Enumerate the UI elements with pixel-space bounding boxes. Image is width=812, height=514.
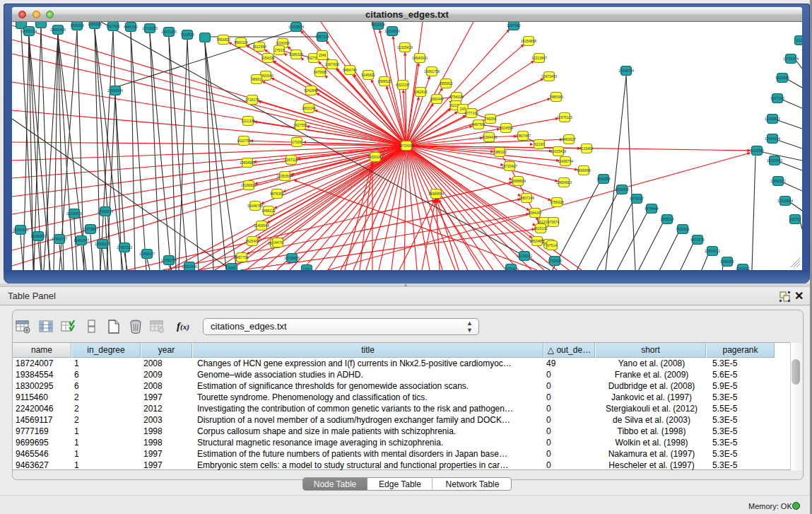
svg-text:11123: 11123 bbox=[795, 38, 802, 42]
svg-text:12353594: 12353594 bbox=[277, 174, 293, 178]
svg-text:1830029: 1830029 bbox=[70, 23, 84, 28]
svg-text:17006: 17006 bbox=[292, 140, 302, 144]
svg-text:97541: 97541 bbox=[506, 267, 516, 270]
svg-text:11451947: 11451947 bbox=[73, 238, 89, 243]
svg-text:19300283: 19300283 bbox=[367, 155, 383, 159]
svg-text:2718176: 2718176 bbox=[245, 98, 259, 102]
svg-text:5215958: 5215958 bbox=[750, 148, 764, 153]
svg-text:19166827: 19166827 bbox=[241, 183, 257, 187]
svg-text:7955812: 7955812 bbox=[439, 81, 453, 86]
svg-text:16210643: 16210643 bbox=[767, 158, 782, 163]
svg-text:17942757: 17942757 bbox=[52, 237, 67, 241]
svg-text:9227343: 9227343 bbox=[770, 96, 784, 100]
svg-text:17016504: 17016504 bbox=[777, 199, 793, 203]
svg-text:18724007: 18724007 bbox=[399, 144, 414, 148]
svg-text:9084067: 9084067 bbox=[528, 211, 542, 215]
svg-text:12975115: 12975115 bbox=[557, 115, 572, 119]
svg-text:15716485: 15716485 bbox=[284, 256, 300, 260]
svg-text:9245652: 9245652 bbox=[720, 259, 734, 264]
svg-text:6794028: 6794028 bbox=[449, 95, 464, 99]
svg-text:16782759: 16782759 bbox=[161, 258, 177, 262]
svg-text:8660124: 8660124 bbox=[234, 40, 248, 45]
svg-text:10719155: 10719155 bbox=[142, 26, 158, 30]
svg-text:116753: 116753 bbox=[789, 217, 801, 221]
svg-text:11409948: 11409948 bbox=[254, 223, 269, 228]
svg-text:10807487: 10807487 bbox=[515, 134, 531, 138]
svg-text:1292: 1292 bbox=[302, 267, 310, 270]
svg-text:10958107: 10958107 bbox=[139, 252, 155, 256]
svg-text:1640954: 1640954 bbox=[596, 177, 611, 181]
svg-text:18807249: 18807249 bbox=[519, 196, 534, 200]
svg-text:16033809: 16033809 bbox=[288, 25, 304, 29]
svg-text:11325419: 11325419 bbox=[397, 45, 413, 49]
svg-text:3912954: 3912954 bbox=[252, 45, 266, 49]
svg-text:8938928: 8938928 bbox=[615, 187, 629, 192]
svg-text:16961758: 16961758 bbox=[424, 69, 440, 74]
svg-text:27503: 27503 bbox=[274, 48, 284, 52]
svg-text:1546: 1546 bbox=[318, 53, 326, 57]
svg-text:9146821: 9146821 bbox=[361, 73, 375, 77]
svg-text:16648784: 16648784 bbox=[618, 69, 634, 73]
svg-text:12444154: 12444154 bbox=[765, 136, 780, 141]
svg-text:16495794: 16495794 bbox=[558, 159, 573, 163]
svg-text:10973493: 10973493 bbox=[541, 74, 557, 78]
svg-text:11156829: 11156829 bbox=[30, 234, 46, 238]
svg-text:14479: 14479 bbox=[273, 240, 283, 245]
svg-text:8186328: 8186328 bbox=[289, 52, 303, 57]
svg-text:62160: 62160 bbox=[534, 142, 544, 146]
svg-text:20053346: 20053346 bbox=[107, 88, 123, 93]
svg-text:12093822: 12093822 bbox=[765, 117, 780, 121]
svg-text:7663822: 7663822 bbox=[216, 37, 230, 42]
svg-text:10025438: 10025438 bbox=[551, 149, 566, 153]
svg-text:9463627: 9463627 bbox=[562, 137, 576, 141]
svg-text:9245: 9245 bbox=[228, 266, 235, 270]
svg-text:9115460: 9115460 bbox=[579, 146, 593, 151]
svg-text:1588520: 1588520 bbox=[377, 79, 392, 83]
svg-text:8878352: 8878352 bbox=[270, 192, 284, 196]
svg-text:12213967: 12213967 bbox=[531, 56, 547, 60]
svg-text:18640910: 18640910 bbox=[412, 56, 428, 60]
svg-text:17359924: 17359924 bbox=[98, 209, 113, 214]
svg-text:7625402: 7625402 bbox=[245, 239, 259, 243]
svg-text:9457791: 9457791 bbox=[235, 255, 249, 259]
svg-text:98961: 98961 bbox=[252, 77, 261, 81]
svg-text:9129966: 9129966 bbox=[775, 76, 789, 80]
svg-text:19384554: 19384554 bbox=[428, 192, 444, 196]
svg-text:15720407: 15720407 bbox=[502, 164, 517, 168]
svg-text:2803144: 2803144 bbox=[302, 106, 316, 110]
svg-text:12923446: 12923446 bbox=[182, 264, 197, 269]
svg-text:10975867: 10975867 bbox=[83, 227, 98, 231]
svg-text:7632621: 7632621 bbox=[676, 227, 690, 231]
svg-text:20364436: 20364436 bbox=[481, 135, 497, 139]
svg-text:3267110: 3267110 bbox=[284, 158, 298, 162]
svg-text:19654923: 19654923 bbox=[556, 180, 572, 185]
svg-text:7485063: 7485063 bbox=[549, 95, 563, 99]
svg-text:6497568: 6497568 bbox=[471, 122, 486, 127]
svg-text:97514: 97514 bbox=[547, 243, 557, 247]
svg-text:12505135: 12505135 bbox=[95, 242, 110, 246]
svg-text:2367608: 2367608 bbox=[325, 62, 339, 66]
svg-text:1615132: 1615132 bbox=[534, 226, 548, 230]
svg-text:20206576: 20206576 bbox=[66, 211, 82, 216]
svg-text:1610755: 1610755 bbox=[237, 139, 251, 143]
svg-text:9242848: 9242848 bbox=[304, 88, 318, 93]
svg-text:6466160: 6466160 bbox=[124, 25, 138, 29]
svg-text:14055724: 14055724 bbox=[21, 29, 37, 33]
svg-text:975674: 975674 bbox=[548, 220, 560, 224]
svg-text:8322037: 8322037 bbox=[396, 83, 410, 87]
svg-text:26260320: 26260320 bbox=[13, 228, 28, 232]
svg-text:6879197: 6879197 bbox=[630, 197, 644, 201]
svg-text:9777169: 9777169 bbox=[464, 111, 478, 115]
svg-text:1221338: 1221338 bbox=[241, 119, 255, 123]
svg-text:3624554: 3624554 bbox=[499, 126, 513, 130]
svg-text:1733426: 1733426 bbox=[548, 259, 562, 263]
svg-text:9756928: 9756928 bbox=[550, 200, 564, 204]
svg-text:3475685: 3475685 bbox=[313, 70, 327, 74]
svg-text:1065326: 1065326 bbox=[88, 22, 102, 26]
svg-text:19218506: 19218506 bbox=[384, 29, 400, 33]
svg-text:2935114: 2935114 bbox=[660, 217, 673, 221]
svg-text:20691406: 20691406 bbox=[50, 28, 66, 32]
svg-text:3226058: 3226058 bbox=[276, 41, 290, 45]
svg-text:16154808: 16154808 bbox=[521, 39, 536, 43]
svg-text:15692971: 15692971 bbox=[770, 179, 786, 183]
